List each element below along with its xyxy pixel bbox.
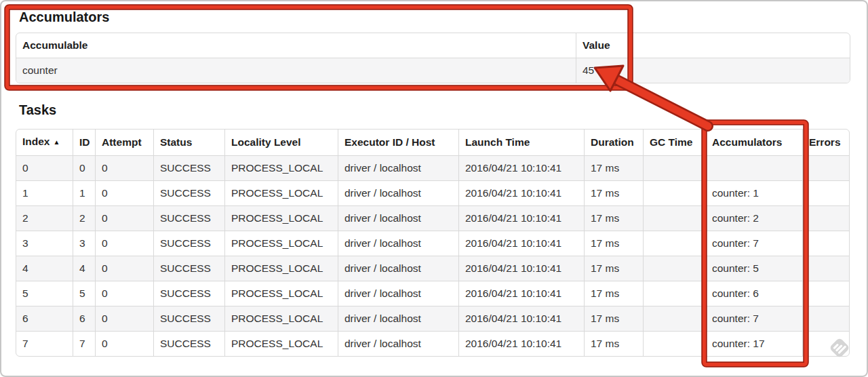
cell-launch-time: 2016/04/21 10:10:41 [458,205,584,231]
cell-duration: 17 ms [584,155,643,180]
cell-duration: 17 ms [584,281,643,306]
cell-attempt: 0 [95,256,153,281]
col-accumulators[interactable]: Accumulators [705,130,802,155]
cell-attempt: 0 [95,306,153,331]
sort-ascending-icon: ▲ [53,138,60,146]
cell-attempt: 0 [95,231,153,256]
accumulators-header-row: Accumulable Value [16,33,850,58]
cell-gc-time [643,281,705,306]
cell-attempt: 0 [95,281,153,306]
cell-launch-time: 2016/04/21 10:10:41 [458,306,584,331]
cell-duration: 17 ms [584,331,643,356]
arrow-shaft [616,79,708,126]
task-row: 4 4 0 SUCCESS PROCESS_LOCAL driver / loc… [16,256,849,281]
task-row: 7 7 0 SUCCESS PROCESS_LOCAL driver / loc… [16,331,849,356]
cell-executor-host: driver / localhost [338,155,458,180]
cell-id: 6 [73,306,95,331]
cell-locality-level: PROCESS_LOCAL [224,205,338,231]
cell-status: SUCCESS [153,205,224,231]
cell-accumulators: counter: 1 [705,180,802,205]
cell-status: SUCCESS [153,256,224,281]
cell-launch-time: 2016/04/21 10:10:41 [458,256,584,281]
cell-duration: 17 ms [584,180,643,205]
cell-executor-host: driver / localhost [338,231,458,256]
col-executor-host[interactable]: Executor ID / Host [338,130,458,155]
cell-id: 5 [73,281,95,306]
arrow-shaft-edge [616,79,708,126]
col-gc-time[interactable]: GC Time [643,130,705,155]
cell-gc-time [643,231,705,256]
cell-status: SUCCESS [153,155,224,180]
cell-executor-host: driver / localhost [338,331,458,356]
cell-status: SUCCESS [153,331,224,356]
cell-executor-host: driver / localhost [338,205,458,231]
cell-locality-level: PROCESS_LOCAL [224,180,338,205]
cell-status: SUCCESS [153,180,224,205]
col-index[interactable]: Index▲ [16,130,73,155]
col-index-label: Index [22,136,50,147]
cell-locality-level: PROCESS_LOCAL [224,306,338,331]
cell-accumulable-name: counter [16,58,576,83]
cell-errors [802,205,849,231]
cell-index: 2 [16,205,73,231]
cell-errors [802,306,849,331]
cell-status: SUCCESS [153,306,224,331]
cell-id: 7 [73,331,95,356]
col-attempt[interactable]: Attempt [95,130,153,155]
cell-locality-level: PROCESS_LOCAL [224,281,338,306]
cell-launch-time: 2016/04/21 10:10:41 [458,155,584,180]
cell-locality-level: PROCESS_LOCAL [224,256,338,281]
cell-accumulable-value: 45 [576,58,850,83]
cell-errors [802,256,849,281]
cell-status: SUCCESS [153,231,224,256]
task-row: 0 0 0 SUCCESS PROCESS_LOCAL driver / loc… [16,155,849,180]
cell-accumulators: counter: 7 [705,231,802,256]
task-row: 2 2 0 SUCCESS PROCESS_LOCAL driver / loc… [16,205,849,231]
cell-locality-level: PROCESS_LOCAL [224,331,338,356]
col-launch-time[interactable]: Launch Time [458,130,584,155]
cell-launch-time: 2016/04/21 10:10:41 [458,281,584,306]
col-id[interactable]: ID [73,130,95,155]
cell-id: 1 [73,180,95,205]
cell-executor-host: driver / localhost [338,256,458,281]
col-duration[interactable]: Duration [584,130,643,155]
cell-accumulators: counter: 6 [705,281,802,306]
col-status[interactable]: Status [153,130,224,155]
cell-attempt: 0 [95,331,153,356]
cell-gc-time [643,205,705,231]
cell-locality-level: PROCESS_LOCAL [224,231,338,256]
cell-index: 5 [16,281,73,306]
cell-id: 3 [73,231,95,256]
cell-errors [802,155,849,180]
cell-gc-time [643,155,705,180]
cell-index: 3 [16,231,73,256]
cell-errors [802,180,849,205]
cell-accumulators [705,155,802,180]
cell-attempt: 0 [95,205,153,231]
cell-accumulators: counter: 5 [705,256,802,281]
cell-duration: 17 ms [584,205,643,231]
cell-gc-time [643,331,705,356]
task-row: 6 6 0 SUCCESS PROCESS_LOCAL driver / loc… [16,306,849,331]
cell-launch-time: 2016/04/21 10:10:41 [458,331,584,356]
cell-status: SUCCESS [153,281,224,306]
cell-accumulators: counter: 2 [705,205,802,231]
col-value[interactable]: Value [576,33,850,58]
cell-duration: 17 ms [584,306,643,331]
col-accumulable[interactable]: Accumulable [16,33,576,58]
cell-id: 0 [73,155,95,180]
tasks-header-row: Index▲ ID Attempt Status Locality Level … [16,130,849,155]
cell-errors [802,231,849,256]
cell-index: 0 [16,155,73,180]
cell-gc-time [643,306,705,331]
accumulators-heading: Accumulators [19,9,109,24]
tasks-heading: Tasks [19,102,56,117]
col-errors[interactable]: Errors [802,130,849,155]
cell-id: 4 [73,256,95,281]
col-locality-level[interactable]: Locality Level [224,130,338,155]
cell-id: 2 [73,205,95,231]
cell-errors [802,331,849,356]
cell-launch-time: 2016/04/21 10:10:41 [458,180,584,205]
accumulators-table: Accumulable Value counter 45 [16,33,850,83]
accumulator-row: counter 45 [16,58,850,83]
